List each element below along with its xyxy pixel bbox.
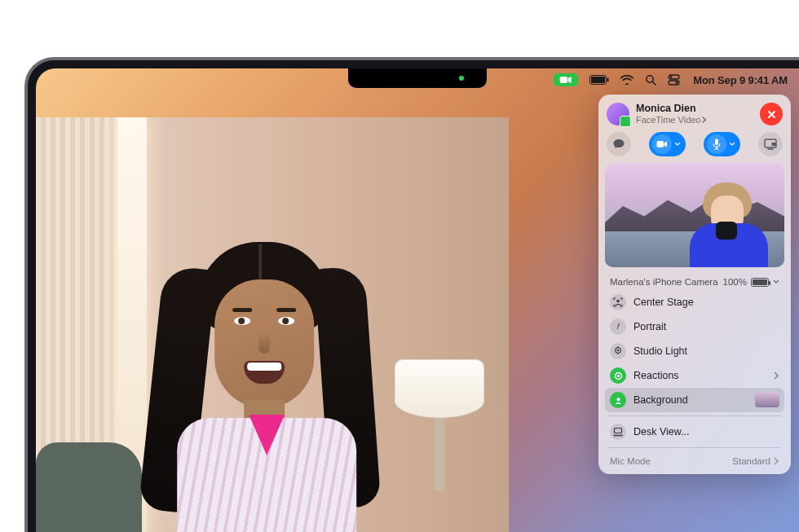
control-center-icon[interactable]	[668, 74, 680, 86]
portrait-icon: f	[610, 319, 626, 335]
call-type-link[interactable]: FaceTime Video	[636, 115, 707, 125]
facetime-controls-panel: Monica Dien FaceTime Video	[598, 95, 791, 474]
chevron-right-icon	[774, 372, 779, 380]
chevron-down-icon	[729, 141, 735, 147]
video-camera-icon	[656, 140, 668, 148]
svg-rect-11	[715, 139, 718, 146]
option-label: Studio Light	[633, 345, 687, 357]
laptop-frame: Mon Sep 9 9:41 AM	[24, 57, 799, 532]
mic-mode-value: Standard	[732, 456, 770, 466]
option-label: Desk View...	[633, 426, 690, 437]
camera-toggle-button[interactable]	[649, 132, 686, 156]
mic-mode-row[interactable]: Mic Mode Standard	[605, 451, 784, 468]
svg-point-7	[670, 76, 673, 78]
svg-point-22	[616, 398, 620, 401]
option-portrait[interactable]: f Portrait	[605, 314, 784, 339]
battery-status-icon[interactable]	[589, 75, 609, 85]
svg-rect-2	[591, 77, 605, 83]
svg-rect-13	[772, 143, 776, 146]
battery-icon	[751, 278, 769, 287]
svg-text:f: f	[617, 323, 620, 331]
camera-battery-percent: 100%	[723, 277, 747, 287]
option-reactions[interactable]: Reactions	[605, 363, 784, 388]
menubar-datetime[interactable]: Mon Sep 9 9:41 AM	[693, 74, 788, 86]
svg-rect-3	[607, 78, 609, 82]
divider	[608, 447, 781, 448]
background-icon	[610, 392, 626, 408]
caller-avatar	[607, 103, 629, 125]
spotlight-icon[interactable]	[645, 74, 656, 86]
desk-view-icon	[610, 424, 626, 440]
chevron-down-icon	[674, 141, 681, 147]
end-call-button[interactable]	[760, 103, 783, 125]
screen: Mon Sep 9 9:41 AM	[36, 68, 799, 532]
divider	[608, 415, 781, 416]
option-label: Portrait	[633, 321, 666, 332]
chevron-right-icon	[774, 457, 779, 465]
option-label: Background	[633, 394, 688, 406]
chevron-down-icon	[773, 279, 779, 285]
svg-rect-23	[615, 429, 622, 433]
svg-point-18	[617, 350, 619, 351]
microphone-icon	[713, 138, 721, 150]
svg-rect-0	[560, 77, 567, 83]
screen-share-button[interactable]	[758, 132, 783, 156]
option-desk-view[interactable]: Desk View...	[605, 420, 784, 444]
svg-rect-10	[657, 141, 664, 147]
caller-name: Monica Dien	[636, 103, 707, 115]
center-stage-icon	[610, 294, 626, 310]
remote-participant	[128, 222, 405, 532]
svg-point-9	[676, 81, 678, 84]
option-center-stage[interactable]: Center Stage	[605, 290, 784, 314]
camera-source-label: Marlena's iPhone Camera	[610, 277, 718, 287]
option-studio-light[interactable]: Studio Light	[605, 339, 784, 363]
display-notch	[348, 68, 487, 88]
reactions-icon	[610, 367, 626, 384]
svg-line-5	[652, 81, 656, 85]
option-label: Center Stage	[633, 297, 694, 308]
mic-mode-label: Mic Mode	[610, 456, 651, 466]
wifi-icon[interactable]	[620, 75, 633, 85]
remote-video	[36, 117, 509, 532]
option-label: Reactions	[633, 370, 679, 381]
svg-point-15	[616, 300, 620, 303]
camera-source-row[interactable]: Marlena's iPhone Camera 100%	[605, 274, 784, 290]
messages-button[interactable]	[607, 132, 631, 156]
background-thumbnail	[755, 393, 779, 407]
studio-light-icon	[610, 343, 626, 359]
facetime-active-indicator[interactable]	[554, 73, 578, 86]
option-background[interactable]: Background	[605, 388, 784, 412]
microphone-toggle-button[interactable]	[704, 132, 740, 156]
self-preview[interactable]	[605, 163, 784, 267]
